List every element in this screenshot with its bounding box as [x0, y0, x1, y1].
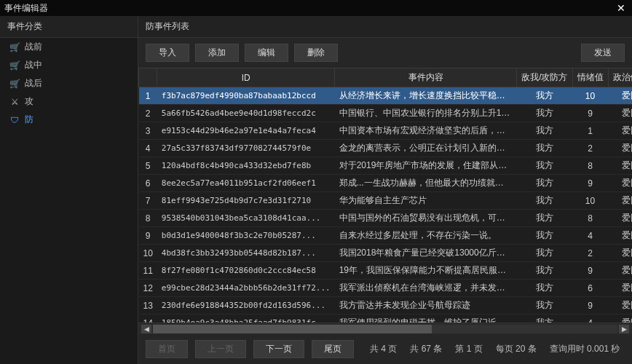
cell: 爱国 [608, 280, 632, 297]
sidebar-item-label: 战前 [25, 41, 42, 53]
table-row[interactable]: 12e99cbec28d23444a2bbb56b2de31ff72...我军派… [139, 280, 633, 297]
cell: 19年，我国医保保障能力不断提高居民服务利用增速回... [335, 262, 517, 280]
edit-button[interactable]: 编辑 [245, 44, 288, 62]
cell: e9153c44d29b46e2a97e1e4a4a7feca4 [157, 122, 335, 140]
cell: 我方 [517, 140, 572, 157]
cell: 我国2018年粮食产量已经突破13000亿斤，水稻、小麦... [335, 245, 517, 262]
cell: 2 [139, 105, 157, 122]
column-header[interactable]: 敌我/攻防方 [517, 68, 572, 87]
close-icon[interactable]: ✕ [615, 1, 628, 15]
table-row[interactable]: 5120a4bdf8c4b490ca433d32ebd7fe8b对于2019年房… [139, 157, 633, 175]
scroll-thumb[interactable] [153, 325, 432, 333]
cell: 爱国 [608, 245, 632, 262]
cell: 我方 [517, 210, 572, 227]
cell: 我方雷达并未发现企业号航母踪迹 [335, 297, 517, 314]
sidebar-item-2[interactable]: 🛒战后 [0, 74, 138, 92]
cell: 9 [572, 297, 608, 314]
table-row[interactable]: 3e9153c44d29b46e2a97e1e4a4a7feca4中国资本市场有… [139, 122, 633, 140]
cell: 爱国 [608, 122, 632, 140]
cell: 我方 [517, 280, 572, 297]
table-row[interactable]: 13230dfe6e918844352b00fd2d163d596...我方雷达… [139, 297, 633, 314]
sidebar-item-0[interactable]: 🛒战前 [0, 38, 138, 56]
table-scroll[interactable]: ID事件内容敌我/攻防方情绪值政治倾向产生时机插入时间 1f3b7ac879ed… [138, 68, 632, 323]
total-rows: 共 67 条 [410, 343, 442, 355]
cart-icon: 🛒 [9, 41, 20, 53]
table-row[interactable]: 118f27fe080f1c4702860d0c2ccc84ec5819年，我国… [139, 262, 633, 280]
scroll-left-icon[interactable]: ◀ [141, 325, 151, 333]
cell: 3 [139, 122, 157, 140]
table-row[interactable]: 141859b4ea9c3a48bba25faad7fb9831fc我军使用强烈… [139, 314, 633, 323]
send-button[interactable]: 发送 [581, 44, 625, 62]
cell: 爱国 [608, 297, 632, 314]
cell: 81eff9943e725d4b9d7c7e3d31f2710 [157, 192, 335, 210]
cell: 8 [572, 157, 608, 175]
cell: 5a66fb5426ad4bee9e40d1d98feccd2c [157, 105, 335, 122]
cell: 我方 [517, 314, 572, 323]
column-header[interactable]: 事件内容 [335, 68, 517, 87]
sidebar-item-1[interactable]: 🛒战中 [0, 56, 138, 74]
cell: 我方 [517, 262, 572, 280]
next-page-button[interactable]: 下一页 [253, 340, 304, 358]
cell: 从经济增长来讲，增长速度换挡比较平稳，且近几年季... [335, 87, 517, 105]
cell: 7 [139, 192, 157, 210]
import-button[interactable]: 导入 [146, 44, 189, 62]
cell: 11 [139, 262, 157, 280]
column-header[interactable] [139, 68, 157, 87]
sidebar-header: 事件分类 [0, 16, 138, 38]
scroll-right-icon[interactable]: ▶ [619, 325, 629, 333]
column-header[interactable]: 情绪值 [572, 68, 608, 87]
cell: e99cbec28d23444a2bbb56b2de31ff72... [157, 280, 335, 297]
sidebar: 事件分类 🛒战前🛒战中🛒战后⚔攻🛡防 [0, 16, 138, 364]
sidebar-item-4[interactable]: 🛡防 [0, 111, 138, 129]
cell: 4bd38fc3bb32493bb05448d82b187... [157, 245, 335, 262]
current-page: 第 1 页 [455, 343, 482, 355]
cell: 我方 [517, 192, 572, 210]
column-header[interactable]: 政治倾向 [608, 68, 632, 87]
last-page-button[interactable]: 尾页 [312, 340, 354, 358]
table-row[interactable]: 427a5c337f83743df977082744579f0e金龙的离营表示，… [139, 140, 633, 157]
cell: 10 [572, 87, 608, 105]
table-row[interactable]: 9b0d3d1e9400048f3b3c2e70b05287...自来水经过多层… [139, 227, 633, 245]
cell: 爱国 [608, 227, 632, 245]
shield-icon: 🛡 [9, 114, 20, 126]
cell: 10 [139, 245, 157, 262]
cell: 8f27fe080f1c4702860d0c2ccc84ec58 [157, 262, 335, 280]
cell: 6 [139, 175, 157, 192]
cell: 我方 [517, 245, 572, 262]
table-row[interactable]: 89538540b031043bea5ca3108d41caa...中国与国外的… [139, 210, 633, 227]
cell: 对于2019年房地产市场的发展，住建部从九个字中体现... [335, 157, 517, 175]
cell: 120a4bdf8c4b490ca433d32ebd7fe8b [157, 157, 335, 175]
delete-button[interactable]: 删除 [294, 44, 338, 62]
cell: 爱国 [608, 314, 632, 323]
first-page-button[interactable]: 首页 [146, 340, 188, 358]
cell: 13 [139, 297, 157, 314]
cell: 6 [572, 280, 608, 297]
prev-page-button[interactable]: 上一页 [195, 340, 246, 358]
cell: 1 [139, 87, 157, 105]
table-row[interactable]: 104bd38fc3bb32493bb05448d82b187...我国2018… [139, 245, 633, 262]
column-header[interactable]: ID [157, 68, 335, 87]
horizontal-scrollbar[interactable]: ◀ ▶ [138, 323, 632, 334]
cell: 8 [572, 210, 608, 227]
cell: 华为能够自主生产芯片 [335, 192, 517, 210]
query-time: 查询用时 0.001 秒 [550, 343, 620, 355]
sidebar-item-label: 防 [25, 114, 33, 126]
table-row[interactable]: 1f3b7ac879edf4990ba87babaab12bccd从经济增长来讲… [139, 87, 633, 105]
cell: 我方 [517, 87, 572, 105]
add-button[interactable]: 添加 [195, 44, 239, 62]
cell: 12 [139, 280, 157, 297]
sidebar-item-label: 战中 [25, 59, 42, 71]
table-row[interactable]: 25a66fb5426ad4bee9e40d1d98feccd2c中国银行、中国… [139, 105, 633, 122]
cell: 爱国 [608, 157, 632, 175]
cell: 9 [572, 175, 608, 192]
cell: b0d3d1e9400048f3b3c2e70b05287... [157, 227, 335, 245]
cart-icon: 🛒 [9, 60, 20, 71]
cell: 爱国 [608, 175, 632, 192]
cell: 230dfe6e918844352b00fd2d163d596... [157, 297, 335, 314]
cell: 2 [572, 245, 608, 262]
cell: 5 [139, 157, 157, 175]
table-row[interactable]: 68ee2ec5a77ea4011b951acf2fd06eef1郑成...一生… [139, 175, 633, 192]
table-row[interactable]: 781eff9943e725d4b9d7c7e3d31f2710华为能够自主生产… [139, 192, 633, 210]
cell: 4 [139, 140, 157, 157]
sidebar-item-3[interactable]: ⚔攻 [0, 92, 138, 111]
